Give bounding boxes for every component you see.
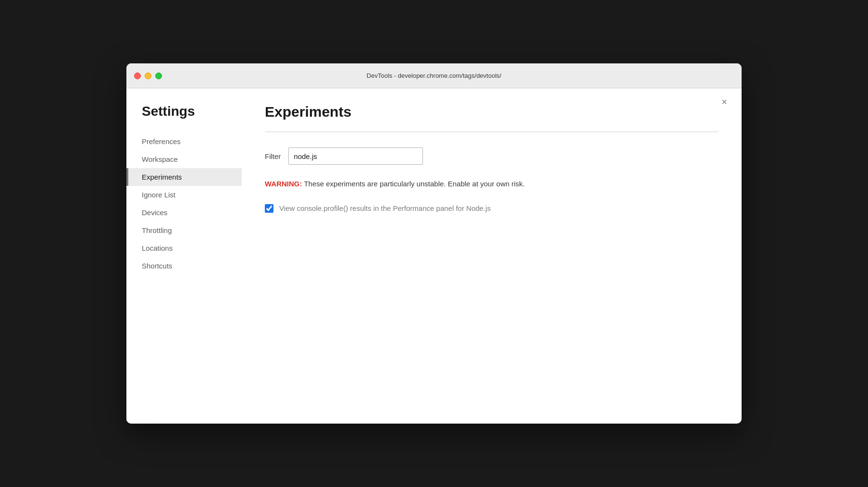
maximize-traffic-light[interactable] — [155, 73, 162, 79]
sidebar-item-label: Workspace — [126, 150, 242, 168]
close-traffic-light[interactable] — [134, 73, 141, 79]
window-title: DevTools - developer.chrome.com/tags/dev… — [367, 72, 501, 79]
sidebar-item-label: Devices — [126, 204, 242, 221]
sidebar-item-ignore-list[interactable]: Ignore List — [126, 186, 242, 204]
warning-text: These experiments are particularly unsta… — [302, 180, 525, 188]
experiment-item: View console.profile() results in the Pe… — [265, 203, 719, 214]
divider — [265, 132, 719, 132]
content-area: Settings Preferences Workspace Experimen… — [126, 88, 742, 424]
close-button[interactable]: × — [719, 96, 730, 108]
sidebar-item-preferences[interactable]: Preferences — [126, 133, 242, 150]
sidebar-item-label: Experiments — [126, 168, 242, 186]
page-title: Experiments — [265, 104, 719, 120]
sidebar-item-label: Throttling — [126, 221, 242, 239]
sidebar-item-shortcuts[interactable]: Shortcuts — [126, 257, 242, 275]
devtools-window: DevTools - developer.chrome.com/tags/dev… — [126, 63, 742, 424]
titlebar: DevTools - developer.chrome.com/tags/dev… — [126, 63, 742, 88]
filter-row: Filter — [265, 147, 719, 165]
sidebar-item-devices[interactable]: Devices — [126, 204, 242, 221]
sidebar-item-label: Preferences — [126, 133, 242, 150]
sidebar: Settings Preferences Workspace Experimen… — [126, 88, 242, 424]
sidebar-item-label: Ignore List — [126, 186, 242, 204]
sidebar-nav: Preferences Workspace Experiments Ignore… — [126, 133, 242, 275]
sidebar-item-workspace[interactable]: Workspace — [126, 150, 242, 168]
warning-box: WARNING: These experiments are particula… — [265, 178, 719, 190]
traffic-lights — [134, 73, 162, 79]
sidebar-item-experiments[interactable]: Experiments — [126, 168, 242, 186]
sidebar-item-locations[interactable]: Locations — [126, 239, 242, 257]
sidebar-title: Settings — [126, 104, 242, 133]
main-content: × Experiments Filter WARNING: These expe… — [242, 88, 742, 424]
sidebar-item-label: Shortcuts — [126, 257, 242, 275]
experiment-checkbox[interactable] — [265, 204, 273, 213]
minimize-traffic-light[interactable] — [145, 73, 151, 79]
sidebar-item-label: Locations — [126, 239, 242, 257]
filter-input[interactable] — [288, 147, 423, 165]
filter-label: Filter — [265, 152, 281, 160]
sidebar-item-throttling[interactable]: Throttling — [126, 221, 242, 239]
warning-label: WARNING: — [265, 180, 302, 188]
experiment-label: View console.profile() results in the Pe… — [279, 203, 491, 214]
